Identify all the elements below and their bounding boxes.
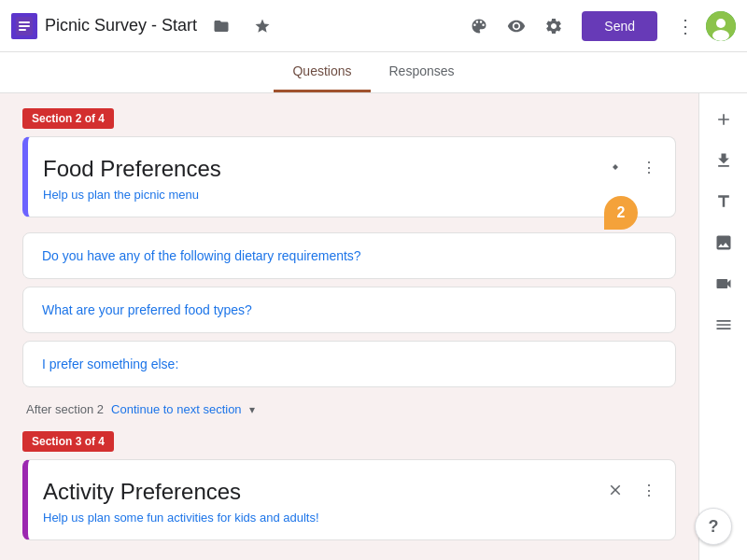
section-2-actions: ⋮ bbox=[600, 152, 664, 182]
section-3-card: ⋮ Activity Preferences Help us plan some… bbox=[22, 459, 676, 540]
app-icon bbox=[11, 13, 37, 39]
palette-button[interactable] bbox=[462, 9, 496, 43]
add-section-button[interactable] bbox=[705, 306, 742, 343]
section-3-container: Section 3 of 4 ⋮ Activity Preferences He… bbox=[22, 431, 676, 540]
after-section-2-value[interactable]: Continue to next section bbox=[111, 402, 241, 416]
question-3-text: I prefer something else: bbox=[42, 357, 656, 371]
section-3-subtitle: Help us plan some fun activities for kid… bbox=[43, 511, 660, 525]
after-section-2: After section 2 Continue to next section… bbox=[22, 395, 676, 431]
star-button[interactable] bbox=[246, 9, 279, 43]
help-icon: ? bbox=[709, 517, 719, 537]
section-3-more-icon: ⋮ bbox=[641, 482, 656, 499]
import-questions-button[interactable] bbox=[705, 142, 742, 179]
section-3-more-button[interactable]: ⋮ bbox=[634, 475, 664, 505]
svg-point-6 bbox=[712, 30, 729, 41]
preview-button[interactable] bbox=[500, 9, 533, 43]
help-button[interactable]: ? bbox=[695, 508, 732, 545]
question-3-card[interactable]: I prefer something else: bbox=[22, 341, 676, 387]
after-section-2-label: After section 2 bbox=[26, 402, 104, 416]
svg-rect-3 bbox=[19, 29, 26, 31]
section-2-more-button[interactable]: ⋮ bbox=[634, 152, 664, 182]
section-2-title: Food Preferences bbox=[43, 156, 660, 182]
tab-questions[interactable]: Questions bbox=[274, 52, 370, 92]
section-2-subtitle: Help us plan the picnic menu bbox=[43, 188, 660, 202]
section-2-number: 2 bbox=[604, 196, 638, 230]
section-3-title: Activity Preferences bbox=[43, 479, 660, 505]
section-2-container: Section 2 of 4 ⋮ Food Preferences Help u… bbox=[22, 108, 676, 431]
question-1-card[interactable]: Do you have any of the following dietary… bbox=[22, 232, 676, 279]
question-2-text: What are your preferred food types? bbox=[42, 302, 656, 317]
more-button[interactable]: ⋮ bbox=[669, 9, 702, 43]
avatar[interactable] bbox=[706, 11, 736, 41]
section-3-actions: ⋮ bbox=[600, 475, 664, 505]
section-2-card: ⋮ Food Preferences Help us plan the picn… bbox=[22, 136, 676, 217]
svg-rect-1 bbox=[19, 21, 30, 23]
more-icon: ⋮ bbox=[676, 15, 695, 37]
section-3-close-button[interactable] bbox=[600, 475, 630, 505]
tabs-bar: Questions Responses bbox=[0, 52, 747, 93]
svg-point-5 bbox=[716, 19, 726, 28]
main-content: Section 2 of 4 ⋮ Food Preferences Help u… bbox=[0, 93, 747, 560]
settings-button[interactable] bbox=[537, 9, 571, 43]
send-button[interactable]: Send bbox=[582, 11, 657, 41]
tab-responses[interactable]: Responses bbox=[371, 52, 473, 92]
question-1-text: Do you have any of the following dietary… bbox=[42, 248, 656, 263]
topbar-right: Send ⋮ bbox=[462, 9, 736, 43]
add-video-button[interactable] bbox=[705, 265, 742, 302]
add-image-button[interactable] bbox=[705, 224, 742, 261]
doc-title: Picnic Survey - Start bbox=[45, 16, 197, 35]
add-element-button[interactable] bbox=[705, 101, 742, 138]
question-2-card[interactable]: What are your preferred food types? bbox=[22, 287, 676, 333]
topbar-left: Picnic Survey - Start bbox=[11, 9, 462, 43]
section-2-badge: Section 2 of 4 bbox=[22, 108, 114, 129]
section-3-badge: Section 3 of 4 bbox=[22, 431, 114, 452]
section-2-more-icon: ⋮ bbox=[641, 159, 656, 176]
right-sidebar bbox=[698, 93, 747, 560]
topbar: Picnic Survey - Start Sen bbox=[0, 0, 747, 52]
svg-rect-2 bbox=[19, 25, 30, 27]
scroll-area[interactable]: Section 2 of 4 ⋮ Food Preferences Help u… bbox=[0, 93, 698, 560]
folder-button[interactable] bbox=[204, 9, 238, 43]
section-2-move-button[interactable] bbox=[600, 152, 630, 182]
after-section-2-dropdown[interactable]: ▾ bbox=[249, 403, 255, 416]
add-title-button[interactable] bbox=[705, 183, 742, 220]
